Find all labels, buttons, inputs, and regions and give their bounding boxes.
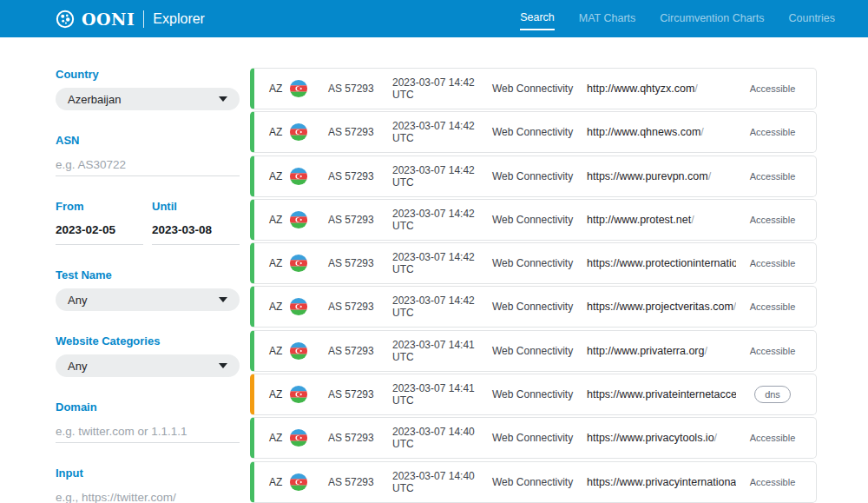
categories-select[interactable]: Any bbox=[56, 354, 240, 377]
asn-value: AS 57293 bbox=[328, 345, 392, 357]
test-name-value: Web Connectivity bbox=[492, 257, 587, 269]
result-row[interactable]: AZ AS 57293 2023-03-07 14:41 UTC Web Con… bbox=[250, 330, 817, 372]
result-row[interactable]: AZ AS 57293 2023-03-07 14:42 UTC Web Con… bbox=[250, 111, 817, 153]
measured-url: https://www.privacyinternational..../ bbox=[587, 476, 736, 488]
asn-value: AS 57293 bbox=[328, 432, 392, 444]
azerbaijan-flag-icon bbox=[289, 122, 328, 142]
country-code: AZ bbox=[269, 345, 289, 357]
filter-from: From 2023-02-05 bbox=[56, 200, 143, 245]
azerbaijan-flag-icon bbox=[289, 473, 328, 492]
nav-item-countries[interactable]: Countries bbox=[789, 9, 836, 30]
result-row[interactable]: AZ AS 57293 2023-03-07 14:42 UTC Web Con… bbox=[250, 242, 817, 284]
result-row[interactable]: AZ AS 57293 2023-03-07 14:42 UTC Web Con… bbox=[250, 156, 817, 197]
measurement-date: 2023-03-07 14:42 UTC bbox=[392, 120, 492, 144]
ooni-logo-icon bbox=[56, 10, 75, 29]
results-list: AZ AS 57293 2023-03-07 14:42 UTC Web Con… bbox=[250, 68, 817, 503]
azerbaijan-flag-icon bbox=[289, 428, 328, 447]
asn-value: AS 57293 bbox=[328, 301, 392, 313]
measured-url: http://www.protest.net/ bbox=[587, 214, 736, 226]
test-name-value: Web Connectivity bbox=[492, 83, 587, 95]
country-code: AZ bbox=[269, 126, 289, 138]
chevron-down-icon bbox=[219, 363, 227, 368]
status-cell: Accessible bbox=[736, 171, 809, 182]
measurement-date: 2023-03-07 14:42 UTC bbox=[392, 164, 492, 189]
measured-url: https://www.privacytools.io/ bbox=[587, 432, 736, 444]
from-date-field[interactable]: 2023-02-05 bbox=[56, 220, 143, 245]
measurement-date: 2023-03-07 14:41 UTC bbox=[392, 382, 492, 407]
brand-name: OONI bbox=[82, 10, 135, 29]
country-select[interactable]: Azerbaijan bbox=[56, 88, 240, 110]
measured-url: https://www.protectioninternation.../ bbox=[587, 257, 736, 269]
top-nav: SearchMAT ChartsCircumvention ChartsCoun… bbox=[520, 8, 835, 30]
measured-url: https://www.purevpn.com/ bbox=[587, 170, 736, 182]
country-code: AZ bbox=[269, 170, 289, 182]
filter-test-name: Test Name Any bbox=[56, 268, 240, 311]
filter-dates: From 2023-02-05 Until 2023-03-08 bbox=[56, 200, 240, 245]
result-row[interactable]: AZ AS 57293 2023-03-07 14:40 UTC Web Con… bbox=[250, 417, 817, 459]
country-code: AZ bbox=[269, 257, 289, 269]
filter-domain: Domain bbox=[56, 400, 240, 443]
filter-sidebar: Country Azerbaijan ASN From 2023-02-05 U… bbox=[56, 68, 240, 503]
asn-value: AS 57293 bbox=[328, 214, 392, 226]
chevron-down-icon bbox=[219, 297, 227, 302]
test-name-label: Test Name bbox=[56, 268, 240, 281]
status-cell: Accessible bbox=[736, 346, 809, 356]
country-code: AZ bbox=[269, 476, 289, 488]
azerbaijan-flag-icon bbox=[289, 385, 328, 404]
input-label: Input bbox=[56, 467, 240, 480]
test-name-value: Web Connectivity bbox=[492, 432, 587, 444]
filter-input: Input bbox=[56, 467, 240, 503]
chevron-down-icon bbox=[219, 96, 227, 102]
result-row[interactable]: AZ AS 57293 2023-03-07 14:40 UTC Web Con… bbox=[250, 461, 817, 503]
measurement-date: 2023-03-07 14:41 UTC bbox=[392, 339, 492, 363]
filter-asn: ASN bbox=[56, 134, 240, 176]
country-code: AZ bbox=[269, 214, 289, 226]
status-cell: dns bbox=[736, 386, 809, 403]
measurement-date: 2023-03-07 14:42 UTC bbox=[392, 251, 492, 275]
nav-item-search[interactable]: Search bbox=[520, 8, 555, 30]
status-cell: Accessible bbox=[736, 127, 809, 137]
measured-url: http://www.qhtyzx.com/ bbox=[587, 83, 736, 95]
result-row[interactable]: AZ AS 57293 2023-03-07 14:42 UTC Web Con… bbox=[250, 68, 817, 109]
measurement-date: 2023-03-07 14:40 UTC bbox=[392, 470, 492, 494]
azerbaijan-flag-icon bbox=[289, 297, 328, 316]
input-input[interactable] bbox=[56, 486, 240, 503]
test-name-select[interactable]: Any bbox=[56, 288, 240, 311]
result-row[interactable]: AZ AS 57293 2023-03-07 14:42 UTC Web Con… bbox=[250, 199, 817, 241]
asn-value: AS 57293 bbox=[328, 257, 392, 269]
measured-url: https://www.projectveritas.com/ bbox=[587, 301, 736, 313]
test-name-value: Web Connectivity bbox=[492, 214, 587, 226]
brand-logo[interactable]: OONI Explorer bbox=[56, 10, 205, 29]
test-name-value: Web Connectivity bbox=[492, 345, 587, 357]
filter-categories: Website Categories Any bbox=[56, 334, 240, 377]
asn-value: AS 57293 bbox=[328, 126, 392, 138]
brand-subname: Explorer bbox=[153, 11, 205, 27]
domain-input[interactable] bbox=[56, 420, 240, 443]
from-label: From bbox=[56, 200, 143, 213]
result-row[interactable]: AZ AS 57293 2023-03-07 14:42 UTC Web Con… bbox=[250, 286, 817, 328]
domain-label: Domain bbox=[56, 400, 240, 414]
azerbaijan-flag-icon bbox=[289, 79, 328, 98]
brand-divider bbox=[143, 10, 144, 28]
app-header: OONI Explorer SearchMAT ChartsCircumvent… bbox=[0, 0, 868, 37]
nav-item-mat-charts[interactable]: MAT Charts bbox=[579, 9, 636, 30]
asn-label: ASN bbox=[56, 134, 240, 147]
categories-label: Website Categories bbox=[56, 334, 240, 347]
categories-select-value: Any bbox=[68, 360, 87, 373]
filter-country: Country Azerbaijan bbox=[56, 68, 240, 110]
asn-input[interactable] bbox=[56, 154, 240, 176]
test-name-select-value: Any bbox=[68, 294, 87, 307]
until-date-field[interactable]: 2023-03-08 bbox=[152, 220, 240, 245]
measurement-date: 2023-03-07 14:42 UTC bbox=[392, 76, 492, 101]
result-row[interactable]: AZ AS 57293 2023-03-07 14:41 UTC Web Con… bbox=[250, 374, 817, 415]
page-content: Country Azerbaijan ASN From 2023-02-05 U… bbox=[0, 37, 868, 503]
nav-item-circumvention-charts[interactable]: Circumvention Charts bbox=[660, 9, 764, 30]
status-cell: Accessible bbox=[736, 215, 809, 225]
azerbaijan-flag-icon bbox=[289, 341, 328, 361]
measured-url: http://www.privaterra.org/ bbox=[587, 345, 736, 357]
status-cell: Accessible bbox=[736, 301, 809, 312]
test-name-value: Web Connectivity bbox=[492, 476, 587, 488]
until-label: Until bbox=[152, 200, 240, 213]
asn-value: AS 57293 bbox=[328, 170, 392, 182]
filter-until: Until 2023-03-08 bbox=[152, 200, 240, 245]
